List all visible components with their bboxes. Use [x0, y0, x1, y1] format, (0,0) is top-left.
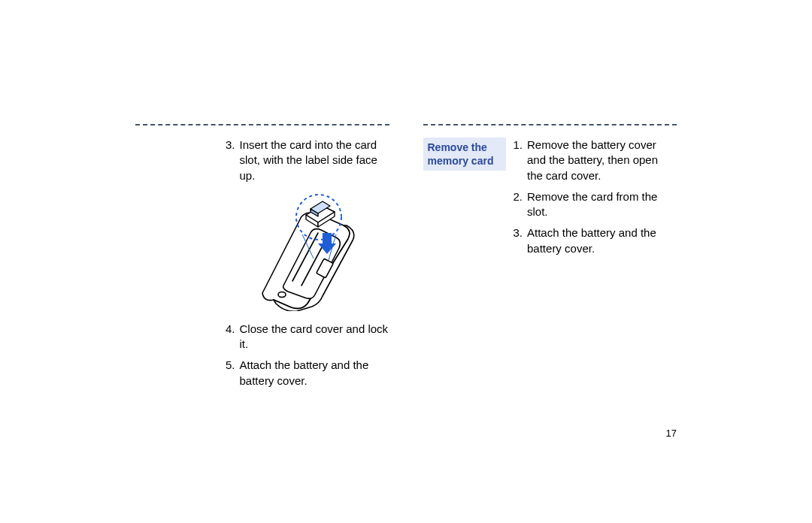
- step-text: Remove the battery cover and the battery…: [527, 138, 677, 183]
- step-number: 1.: [514, 138, 523, 183]
- svg-point-3: [278, 292, 286, 297]
- step-text: Attach the battery and the battery cover…: [527, 225, 677, 256]
- step-text: Close the card cover and lock it.: [240, 322, 389, 352]
- phone-svg: [247, 191, 368, 311]
- step-4: 4. Close the card cover and lock it.: [226, 322, 389, 352]
- step-number: 3.: [226, 138, 235, 183]
- step-number: 5.: [226, 358, 235, 388]
- remove-step-1: 1. Remove the battery cover and the batt…: [514, 138, 677, 183]
- left-column: 3. Insert the card into the card slot, w…: [135, 124, 389, 395]
- step-number: 3.: [514, 225, 523, 256]
- right-content: Remove the memory card 1. Remove the bat…: [423, 138, 677, 262]
- right-column: Remove the memory card 1. Remove the bat…: [423, 124, 677, 395]
- manual-page: 3. Insert the card into the card slot, w…: [0, 0, 812, 523]
- step-number: 4.: [226, 322, 235, 352]
- step-3: 3. Insert the card into the card slot, w…: [226, 138, 389, 183]
- dashed-rule-left: [135, 124, 389, 125]
- left-content: 3. Insert the card into the card slot, w…: [135, 138, 389, 388]
- section-heading: Remove the memory card: [423, 138, 506, 171]
- step-number: 2.: [514, 189, 523, 220]
- remove-step-2: 2. Remove the card from the slot.: [514, 189, 677, 220]
- dashed-rule-right: [423, 124, 677, 125]
- step-5: 5. Attach the battery and the battery co…: [226, 358, 389, 388]
- page-number: 17: [666, 428, 677, 439]
- right-steps: 1. Remove the battery cover and the batt…: [514, 138, 677, 262]
- heading-line-2: memory card: [428, 154, 501, 168]
- columns-wrap: 3. Insert the card into the card slot, w…: [135, 124, 677, 395]
- step-text: Insert the card into the card slot, with…: [240, 138, 389, 183]
- heading-line-1: Remove the: [428, 141, 501, 154]
- phone-illustration: [226, 191, 389, 311]
- step-text: Attach the battery and the battery cover…: [240, 358, 389, 388]
- remove-step-3: 3. Attach the battery and the battery co…: [514, 225, 677, 256]
- step-text: Remove the card from the slot.: [527, 189, 677, 220]
